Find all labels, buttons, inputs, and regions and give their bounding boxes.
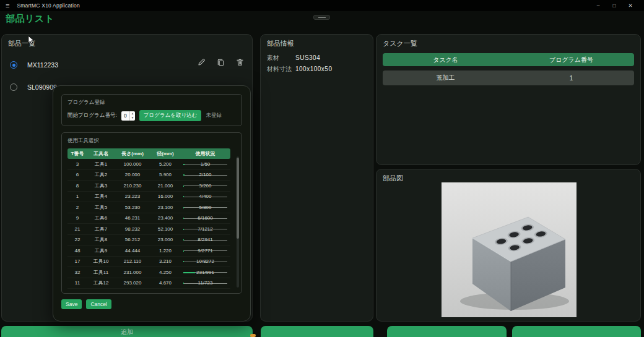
usage-progress-fill (183, 272, 195, 273)
usage-text: 1/50 (201, 161, 211, 167)
tool-diameter: 23.400 (150, 215, 180, 221)
usage-text: 9/2771 (198, 248, 212, 254)
tool-row[interactable]: 3 工具1 100.000 5.200 1/50 (67, 159, 230, 170)
spinner-down-icon[interactable]: ▼ (130, 116, 135, 121)
tool-diameter: 5.200 (150, 161, 180, 167)
edit-part-button[interactable] (197, 58, 206, 67)
usage-text: 231/991 (196, 270, 214, 275)
tool-row[interactable]: 1 工具4 23.223 16.000 4/400 (67, 192, 230, 203)
info-value: SUS304 (295, 54, 320, 62)
tool-name: 工具6 (87, 215, 115, 221)
tool-row[interactable]: 32 工具11 231.000 4.250 231/991 (67, 267, 230, 278)
dialog-actions: Save Cancel (61, 299, 242, 309)
tool-t-number: 48 (67, 248, 87, 254)
drawing-panel-title: 部品図 (376, 169, 640, 183)
info-row: 素材 SUS304 (261, 53, 373, 64)
info-panel-title: 部品情報 (261, 35, 373, 48)
bottom-action-button[interactable] (387, 326, 507, 337)
save-button[interactable]: Save (61, 299, 82, 309)
drawer-handle[interactable] (313, 15, 330, 20)
tool-table-scrollbar[interactable] (237, 156, 239, 288)
bottom-action-button[interactable]: 追加 (1, 326, 253, 337)
start-number-value[interactable]: 0 (121, 111, 129, 121)
registration-status: 未登録 (206, 112, 222, 119)
drawer-handle-dash (318, 17, 326, 18)
tool-diameter: 4.670 (150, 280, 180, 286)
window-controls: – □ ✕ (590, 0, 638, 11)
close-button[interactable]: ✕ (622, 0, 638, 11)
part-row-actions (197, 58, 245, 67)
tool-row[interactable]: 8 工具3 210.230 21.000 3/200 (67, 181, 230, 192)
usage-text: 6/1600 (198, 215, 212, 221)
task-program-number-cell: 1 (508, 75, 634, 82)
tool-name: 工具12 (87, 279, 115, 286)
tool-usage-cell: 1/50 (180, 159, 230, 169)
tool-t-number: 22 (67, 237, 87, 242)
tool-t-number: 1 (67, 194, 87, 199)
tool-t-number: 2 (67, 205, 87, 210)
tool-length: 210.230 (115, 183, 150, 189)
tool-selection-group: 使用工具選択 T番号 工具名 長さ(mm) 径(mm) 使用状況 (61, 132, 242, 294)
tool-row[interactable]: 2 工具5 53.230 23.100 5/800 (67, 202, 230, 213)
scrollbar-thumb[interactable] (237, 158, 239, 239)
tool-t-number: 32 (67, 270, 87, 275)
tool-row[interactable]: 21 工具7 98.232 52.100 7/1212 (67, 224, 230, 235)
task-panel-title: タスク一覧 (376, 35, 640, 48)
tool-name: 工具1 (87, 161, 115, 168)
spinner-up-icon[interactable]: ▲ (130, 111, 135, 116)
maximize-button[interactable]: □ (606, 0, 622, 11)
part-radio[interactable] (10, 83, 17, 91)
tool-length: 20.000 (115, 172, 150, 177)
tool-column-header: T番号 (67, 150, 87, 157)
tool-length: 56.212 (115, 237, 150, 242)
task-column-header: タスク名 (383, 56, 508, 64)
program-registration-dialog: プログラム登録 開始プログラム番号: 0 ▲ ▼ プログラムを取り込む 未登録 … (53, 85, 251, 322)
tool-row[interactable]: 11 工具12 293.020 4.670 11/723 (67, 278, 230, 289)
tool-name: 工具11 (87, 269, 115, 276)
tool-name: 工具3 (87, 182, 115, 189)
tool-usage-cell: 6/1600 (180, 213, 230, 224)
delete-part-button[interactable] (235, 58, 245, 67)
cancel-button[interactable]: Cancel (86, 299, 111, 309)
tool-row[interactable]: 22 工具8 56.212 23.000 8/2941 (67, 235, 230, 246)
tool-length: 44.444 (115, 248, 150, 254)
usage-text: 8/2941 (198, 237, 212, 242)
tool-row[interactable]: 17 工具10 212.110 3.210 10/8272 (67, 257, 230, 268)
info-value: 100x100x50 (295, 65, 333, 74)
hamburger-menu-icon[interactable]: ≡ (6, 0, 9, 11)
tool-column-header: 使用状況 (180, 150, 230, 157)
tool-row[interactable]: 48 工具9 44.444 1.220 9/2771 (67, 245, 230, 257)
bottom-action-button[interactable] (512, 326, 641, 337)
part-radio[interactable] (10, 61, 17, 69)
task-row[interactable]: 荒加工 1 (383, 70, 634, 85)
usage-text: 4/400 (199, 194, 211, 199)
parts-panel-title: 部品一覧 (2, 35, 252, 48)
tool-diameter: 4.250 (150, 270, 180, 275)
copy-part-button[interactable] (216, 58, 225, 67)
start-number-input[interactable]: 0 ▲ ▼ (121, 111, 135, 121)
page-title: 部品リスト (6, 13, 54, 25)
taskbar-alert-dot (250, 334, 256, 337)
usage-progress-fill (183, 196, 184, 197)
import-program-button[interactable]: プログラムを取り込む (139, 110, 202, 121)
title-bar: ≡ SmartMC X10 Application – □ ✕ (0, 0, 644, 11)
program-group-title: プログラム登録 (67, 99, 236, 106)
tool-usage-cell: 4/400 (180, 192, 230, 202)
usage-text: 10/8272 (196, 258, 214, 264)
tool-length: 212.110 (115, 258, 150, 264)
tool-name: 工具8 (87, 236, 115, 243)
usage-progress-fill (183, 164, 185, 165)
info-row: 材料寸法 100x100x50 (261, 64, 373, 75)
task-name-cell: 荒加工 (383, 74, 508, 82)
tool-length: 53.230 (115, 205, 150, 210)
usage-progress-fill (183, 174, 185, 176)
usage-progress-fill (183, 283, 184, 284)
tool-row[interactable]: 9 工具6 46.231 23.400 6/1600 (67, 213, 230, 224)
tool-usage-cell: 7/1212 (180, 224, 230, 234)
bottom-action-button[interactable] (261, 326, 373, 337)
tool-row[interactable]: 6 工具2 20.000 5.900 2/100 (67, 170, 230, 181)
part-name: MX112233 (27, 61, 58, 69)
usage-text: 11/723 (198, 280, 213, 286)
minimize-button[interactable]: – (590, 0, 606, 11)
part-drawing-image (442, 182, 577, 317)
